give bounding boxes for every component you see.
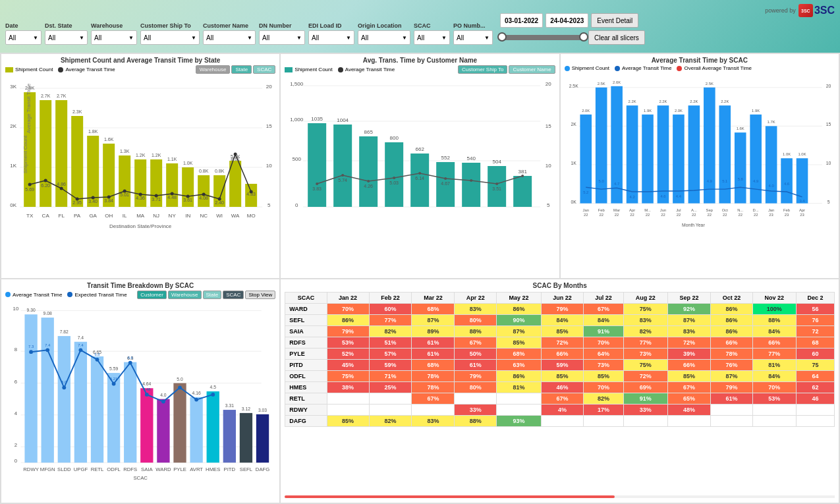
svg-text:540: 540	[467, 155, 476, 161]
table-cell: 4%	[541, 404, 584, 415]
svg-rect-231	[24, 314, 37, 462]
table-cell: 75%	[623, 303, 667, 314]
svg-text:Feb: Feb	[598, 208, 605, 212]
svg-text:20: 20	[266, 84, 272, 90]
table-cell: 81%	[752, 359, 796, 370]
table-cell: 60	[797, 348, 835, 359]
filter-origin-select[interactable]: All▼	[358, 30, 410, 45]
filter-scac-select[interactable]: All▼	[414, 30, 450, 45]
filter-edi-load: EDI Load ID All▼	[308, 22, 354, 45]
table-cell: 61%	[711, 393, 752, 404]
table-cell: 90%	[497, 314, 541, 325]
scac-months-table: SCAC Jan 22 Feb 22 Mar 22 Apr 22 May 22 …	[285, 292, 835, 427]
svg-text:22: 22	[692, 213, 696, 217]
svg-text:1.7K: 1.7K	[767, 120, 775, 124]
filter-dn-select[interactable]: All▼	[259, 30, 305, 45]
table-cell: 68%	[412, 359, 455, 370]
svg-text:Apr: Apr	[799, 208, 805, 212]
filter-customer-name-select[interactable]: All▼	[203, 30, 256, 45]
table-cell: 91%	[623, 393, 667, 404]
table-cell: 59%	[541, 359, 584, 370]
svg-text:8.61: 8.61	[231, 157, 240, 161]
chart-title-shipment-state: Shipment Count and Average Transit Time …	[5, 57, 275, 64]
svg-text:5: 5	[267, 202, 271, 208]
col-jul22: Jul 22	[584, 292, 623, 303]
toggle-stop-view[interactable]: Stop View	[245, 291, 275, 299]
svg-text:3.61: 3.61	[183, 198, 192, 202]
table-cell: 85%	[541, 370, 584, 381]
table-cell: 92%	[667, 303, 711, 314]
filter-warehouse-select[interactable]: All▼	[91, 30, 137, 45]
svg-text:1.0K: 1.0K	[798, 152, 806, 156]
toggle-scac-b[interactable]: SCAC	[223, 291, 244, 299]
svg-text:22: 22	[754, 213, 758, 217]
filter-customer-ship-select[interactable]: All▼	[140, 30, 200, 45]
table-cell: 79%	[327, 325, 369, 337]
svg-rect-111	[462, 163, 480, 207]
svg-text:1.0K: 1.0K	[783, 152, 791, 156]
svg-rect-245	[140, 388, 153, 462]
toggle-scac[interactable]: SCAC	[253, 65, 275, 74]
table-cell: 53%	[752, 393, 796, 404]
svg-text:NC: NC	[200, 213, 208, 219]
svg-text:0K: 0K	[10, 202, 16, 208]
svg-text:1.9K: 1.9K	[644, 109, 652, 113]
filter-po-select[interactable]: All▼	[453, 30, 493, 45]
clear-all-slicers-button[interactable]: Clear all slicers	[588, 30, 645, 45]
svg-text:5: 5	[547, 202, 550, 208]
table-cell: 86%	[711, 325, 752, 337]
table-cell: 91%	[584, 325, 623, 337]
svg-text:1,000: 1,000	[290, 117, 304, 123]
svg-text:22: 22	[661, 213, 665, 217]
svg-text:2.0K: 2.0K	[582, 109, 590, 113]
svg-text:1.1K: 1.1K	[167, 157, 177, 161]
svg-rect-257	[240, 412, 252, 462]
svg-text:4.6: 4.6	[660, 194, 665, 198]
svg-text:Apr: Apr	[629, 208, 635, 212]
table-cell: 88%	[455, 415, 497, 426]
toggle-state-b[interactable]: State	[203, 291, 222, 299]
table-cell: 78%	[711, 348, 752, 359]
toggle-warehouse-b[interactable]: Warehouse	[168, 291, 202, 299]
svg-rect-105	[385, 142, 403, 207]
svg-rect-259	[256, 414, 269, 462]
filter-edi-select[interactable]: All▼	[308, 30, 354, 45]
svg-point-265	[96, 357, 99, 361]
table-cell: 77%	[623, 337, 667, 348]
svg-rect-239	[91, 356, 103, 462]
table-cell: 67%	[667, 381, 711, 393]
toggle-customer-name[interactable]: Customer Name	[509, 65, 555, 74]
toggle-customer-ship[interactable]: Customer Ship To	[458, 65, 507, 74]
event-detail-button[interactable]: Event Detail	[591, 13, 638, 28]
svg-text:2: 2	[14, 442, 17, 448]
svg-text:5.03: 5.03	[390, 181, 399, 185]
svg-rect-165	[735, 132, 746, 203]
toggle-warehouse[interactable]: Warehouse	[196, 65, 231, 74]
table-cell: 84%	[584, 314, 623, 325]
table-cell: 60%	[369, 303, 412, 314]
table-cell: 66%	[752, 337, 796, 348]
svg-text:4.4: 4.4	[676, 194, 682, 198]
filter-dst-state-select[interactable]: All▼	[45, 30, 88, 45]
table-cell: 87%	[497, 325, 541, 337]
svg-text:4.36: 4.36	[136, 196, 145, 200]
table-cell: 59%	[369, 359, 412, 370]
table-cell: 79%	[711, 381, 752, 393]
filter-date-select[interactable]: All▼	[5, 30, 42, 45]
table-cell: 65%	[667, 393, 711, 404]
svg-point-118	[341, 174, 344, 177]
toggle-state[interactable]: State	[231, 65, 252, 74]
table-cell: 86%	[497, 370, 541, 381]
slider-thumb-left[interactable]	[497, 32, 507, 42]
svg-point-125	[521, 175, 524, 177]
table-cell: 64%	[584, 348, 623, 359]
svg-text:UPGF: UPGF	[74, 466, 88, 472]
table-cell: 87%	[711, 370, 752, 381]
table-cell	[412, 404, 455, 415]
toggle-customer-b[interactable]: Customer	[137, 291, 167, 299]
svg-text:2.40: 2.40	[215, 200, 224, 205]
slider-thumb-right[interactable]	[579, 32, 588, 42]
table-cell	[541, 415, 584, 426]
svg-text:7.4: 7.4	[45, 343, 51, 347]
table-cell: 72	[797, 325, 835, 337]
